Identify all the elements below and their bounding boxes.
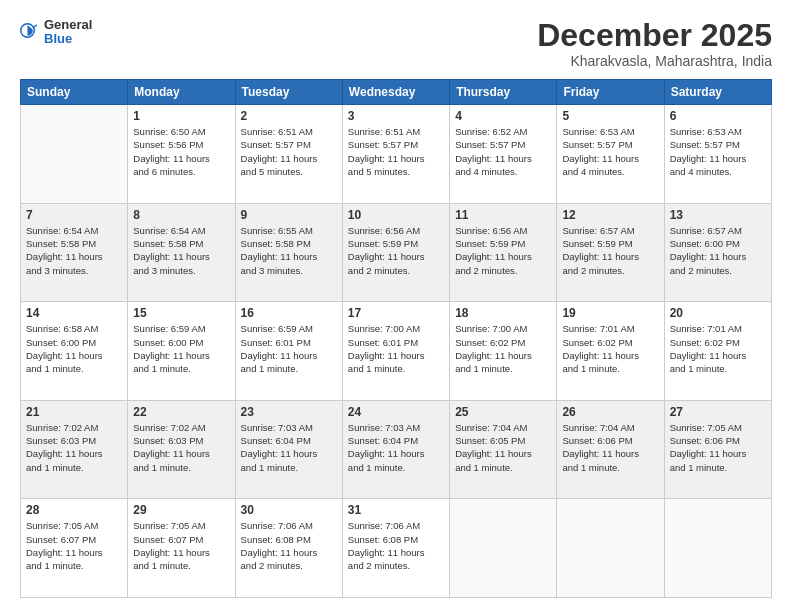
day-info: Sunrise: 6:56 AM Sunset: 5:59 PM Dayligh… [455,224,551,277]
day-info: Sunrise: 6:50 AM Sunset: 5:56 PM Dayligh… [133,125,229,178]
day-info: Sunrise: 7:02 AM Sunset: 6:03 PM Dayligh… [26,421,122,474]
day-number: 22 [133,405,229,419]
day-number: 29 [133,503,229,517]
table-row: 9Sunrise: 6:55 AM Sunset: 5:58 PM Daylig… [235,203,342,302]
day-number: 20 [670,306,766,320]
day-number: 27 [670,405,766,419]
table-row: 22Sunrise: 7:02 AM Sunset: 6:03 PM Dayli… [128,400,235,499]
table-row [450,499,557,598]
day-number: 2 [241,109,337,123]
logo: General Blue [20,18,92,47]
day-info: Sunrise: 7:01 AM Sunset: 6:02 PM Dayligh… [562,322,658,375]
table-row: 2Sunrise: 6:51 AM Sunset: 5:57 PM Daylig… [235,105,342,204]
table-row: 15Sunrise: 6:59 AM Sunset: 6:00 PM Dayli… [128,302,235,401]
table-row: 23Sunrise: 7:03 AM Sunset: 6:04 PM Dayli… [235,400,342,499]
calendar-table: Sunday Monday Tuesday Wednesday Thursday… [20,79,772,598]
table-row: 17Sunrise: 7:00 AM Sunset: 6:01 PM Dayli… [342,302,449,401]
day-info: Sunrise: 6:51 AM Sunset: 5:57 PM Dayligh… [348,125,444,178]
calendar-header: Sunday Monday Tuesday Wednesday Thursday… [21,80,772,105]
day-info: Sunrise: 7:00 AM Sunset: 6:02 PM Dayligh… [455,322,551,375]
day-number: 12 [562,208,658,222]
day-info: Sunrise: 7:06 AM Sunset: 6:08 PM Dayligh… [241,519,337,572]
logo-text: General Blue [44,18,92,47]
calendar-week-row: 14Sunrise: 6:58 AM Sunset: 6:00 PM Dayli… [21,302,772,401]
table-row: 26Sunrise: 7:04 AM Sunset: 6:06 PM Dayli… [557,400,664,499]
logo-icon [20,23,38,41]
day-info: Sunrise: 7:03 AM Sunset: 6:04 PM Dayligh… [348,421,444,474]
day-number: 28 [26,503,122,517]
table-row: 27Sunrise: 7:05 AM Sunset: 6:06 PM Dayli… [664,400,771,499]
page-subtitle: Kharakvasla, Maharashtra, India [537,53,772,69]
title-block: December 2025 Kharakvasla, Maharashtra, … [537,18,772,69]
day-info: Sunrise: 6:52 AM Sunset: 5:57 PM Dayligh… [455,125,551,178]
table-row: 30Sunrise: 7:06 AM Sunset: 6:08 PM Dayli… [235,499,342,598]
calendar-week-row: 21Sunrise: 7:02 AM Sunset: 6:03 PM Dayli… [21,400,772,499]
day-number: 23 [241,405,337,419]
day-info: Sunrise: 7:02 AM Sunset: 6:03 PM Dayligh… [133,421,229,474]
table-row: 10Sunrise: 6:56 AM Sunset: 5:59 PM Dayli… [342,203,449,302]
table-row: 18Sunrise: 7:00 AM Sunset: 6:02 PM Dayli… [450,302,557,401]
day-info: Sunrise: 6:53 AM Sunset: 5:57 PM Dayligh… [562,125,658,178]
day-number: 3 [348,109,444,123]
day-number: 4 [455,109,551,123]
header-wednesday: Wednesday [342,80,449,105]
table-row: 21Sunrise: 7:02 AM Sunset: 6:03 PM Dayli… [21,400,128,499]
weekday-header-row: Sunday Monday Tuesday Wednesday Thursday… [21,80,772,105]
header-monday: Monday [128,80,235,105]
table-row: 19Sunrise: 7:01 AM Sunset: 6:02 PM Dayli… [557,302,664,401]
logo-general-text: General [44,18,92,32]
page-title: December 2025 [537,18,772,53]
table-row: 29Sunrise: 7:05 AM Sunset: 6:07 PM Dayli… [128,499,235,598]
day-number: 6 [670,109,766,123]
table-row: 28Sunrise: 7:05 AM Sunset: 6:07 PM Dayli… [21,499,128,598]
table-row: 4Sunrise: 6:52 AM Sunset: 5:57 PM Daylig… [450,105,557,204]
header-saturday: Saturday [664,80,771,105]
table-row: 31Sunrise: 7:06 AM Sunset: 6:08 PM Dayli… [342,499,449,598]
day-number: 25 [455,405,551,419]
day-info: Sunrise: 7:03 AM Sunset: 6:04 PM Dayligh… [241,421,337,474]
day-info: Sunrise: 7:05 AM Sunset: 6:06 PM Dayligh… [670,421,766,474]
day-info: Sunrise: 6:57 AM Sunset: 6:00 PM Dayligh… [670,224,766,277]
day-number: 26 [562,405,658,419]
table-row: 1Sunrise: 6:50 AM Sunset: 5:56 PM Daylig… [128,105,235,204]
header: General Blue December 2025 Kharakvasla, … [20,18,772,69]
day-number: 1 [133,109,229,123]
day-number: 31 [348,503,444,517]
day-number: 9 [241,208,337,222]
day-info: Sunrise: 6:51 AM Sunset: 5:57 PM Dayligh… [241,125,337,178]
day-number: 19 [562,306,658,320]
page: General Blue December 2025 Kharakvasla, … [0,0,792,612]
day-info: Sunrise: 6:59 AM Sunset: 6:00 PM Dayligh… [133,322,229,375]
day-number: 13 [670,208,766,222]
day-info: Sunrise: 6:54 AM Sunset: 5:58 PM Dayligh… [26,224,122,277]
day-number: 5 [562,109,658,123]
calendar-body: 1Sunrise: 6:50 AM Sunset: 5:56 PM Daylig… [21,105,772,598]
day-info: Sunrise: 6:56 AM Sunset: 5:59 PM Dayligh… [348,224,444,277]
day-info: Sunrise: 7:05 AM Sunset: 6:07 PM Dayligh… [26,519,122,572]
day-number: 17 [348,306,444,320]
header-friday: Friday [557,80,664,105]
calendar-week-row: 28Sunrise: 7:05 AM Sunset: 6:07 PM Dayli… [21,499,772,598]
day-number: 18 [455,306,551,320]
calendar-week-row: 1Sunrise: 6:50 AM Sunset: 5:56 PM Daylig… [21,105,772,204]
day-number: 21 [26,405,122,419]
day-info: Sunrise: 7:04 AM Sunset: 6:05 PM Dayligh… [455,421,551,474]
table-row: 6Sunrise: 6:53 AM Sunset: 5:57 PM Daylig… [664,105,771,204]
table-row [557,499,664,598]
table-row [21,105,128,204]
table-row: 3Sunrise: 6:51 AM Sunset: 5:57 PM Daylig… [342,105,449,204]
day-number: 11 [455,208,551,222]
day-number: 30 [241,503,337,517]
day-number: 24 [348,405,444,419]
table-row: 25Sunrise: 7:04 AM Sunset: 6:05 PM Dayli… [450,400,557,499]
table-row: 11Sunrise: 6:56 AM Sunset: 5:59 PM Dayli… [450,203,557,302]
day-number: 8 [133,208,229,222]
day-info: Sunrise: 6:54 AM Sunset: 5:58 PM Dayligh… [133,224,229,277]
table-row: 16Sunrise: 6:59 AM Sunset: 6:01 PM Dayli… [235,302,342,401]
table-row: 13Sunrise: 6:57 AM Sunset: 6:00 PM Dayli… [664,203,771,302]
day-info: Sunrise: 7:05 AM Sunset: 6:07 PM Dayligh… [133,519,229,572]
table-row: 14Sunrise: 6:58 AM Sunset: 6:00 PM Dayli… [21,302,128,401]
day-info: Sunrise: 6:58 AM Sunset: 6:00 PM Dayligh… [26,322,122,375]
calendar-week-row: 7Sunrise: 6:54 AM Sunset: 5:58 PM Daylig… [21,203,772,302]
header-sunday: Sunday [21,80,128,105]
